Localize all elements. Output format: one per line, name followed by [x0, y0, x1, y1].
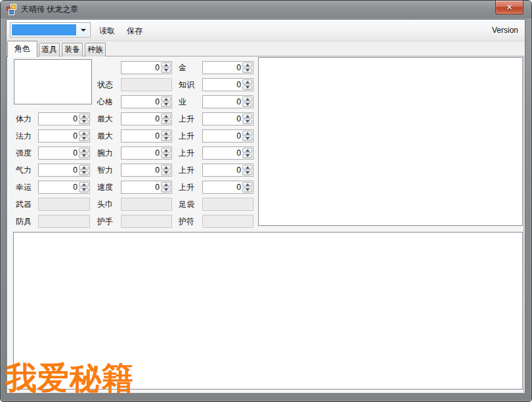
- spin-down-button[interactable]: [161, 188, 171, 193]
- numeric-spinner-r4c2[interactable]: 0: [121, 112, 172, 125]
- spin-down-button[interactable]: [79, 137, 89, 142]
- spinner-value[interactable]: 0: [73, 164, 78, 176]
- spin-up-button[interactable]: [161, 182, 171, 187]
- titlebar[interactable]: 天晴传 伏龙之章 ✕: [1, 1, 531, 18]
- spinner-value[interactable]: 0: [155, 96, 160, 108]
- spin-up-button[interactable]: [242, 97, 252, 102]
- spinner-value[interactable]: 0: [155, 164, 160, 176]
- spin-down-button[interactable]: [161, 154, 171, 159]
- spin-down-button[interactable]: [242, 120, 252, 125]
- spin-buttons: [161, 62, 171, 73]
- spin-up-button[interactable]: [161, 62, 171, 68]
- spin-down-button[interactable]: [242, 137, 252, 142]
- spinner-value[interactable]: 0: [155, 147, 160, 159]
- numeric-spinner-r2c3[interactable]: 0: [202, 78, 254, 91]
- spin-up-button[interactable]: [161, 148, 171, 153]
- numeric-spinner-r7c1[interactable]: 0: [38, 164, 90, 177]
- spinner-value[interactable]: 0: [236, 62, 241, 74]
- tab-equipment[interactable]: 装备: [62, 43, 83, 56]
- numeric-spinner-r6c1[interactable]: 0: [38, 146, 90, 160]
- spin-buttons: [242, 165, 252, 175]
- character-list-box[interactable]: [258, 57, 523, 226]
- spin-up-button[interactable]: [161, 131, 171, 136]
- spin-up-button[interactable]: [161, 165, 171, 170]
- spin-up-button[interactable]: [242, 148, 252, 153]
- spin-down-button[interactable]: [242, 171, 252, 176]
- spinner-value[interactable]: 0: [236, 130, 241, 142]
- field-label-r8c1: 幸运: [16, 181, 32, 194]
- spin-up-button[interactable]: [242, 165, 252, 170]
- spinner-value[interactable]: 0: [73, 113, 78, 125]
- spin-up-button[interactable]: [79, 148, 89, 153]
- numeric-spinner-r3c3[interactable]: 0: [202, 95, 254, 108]
- spin-down-button[interactable]: [79, 120, 89, 125]
- spinner-value[interactable]: 0: [236, 79, 241, 91]
- spin-down-button[interactable]: [242, 85, 252, 91]
- close-button[interactable]: ✕: [495, 1, 523, 14]
- triangle-up-icon: [246, 64, 250, 66]
- numeric-spinner-r8c3[interactable]: 0: [202, 181, 254, 194]
- numeric-spinner-r8c2[interactable]: 0: [121, 181, 172, 194]
- numeric-spinner-r7c2[interactable]: 0: [121, 164, 172, 177]
- read-button[interactable]: 读取: [95, 24, 119, 37]
- spinner-value[interactable]: 0: [155, 62, 160, 74]
- spin-up-button[interactable]: [242, 114, 252, 119]
- numeric-spinner-r5c1[interactable]: 0: [38, 129, 90, 143]
- spin-up-button[interactable]: [242, 182, 252, 187]
- triangle-up-icon: [246, 115, 250, 118]
- numeric-spinner-r7c3[interactable]: 0: [202, 164, 254, 177]
- spin-up-button[interactable]: [79, 114, 89, 119]
- spin-up-button[interactable]: [79, 182, 89, 187]
- spin-up-button[interactable]: [79, 165, 89, 170]
- numeric-spinner-r5c3[interactable]: 0: [202, 129, 254, 143]
- spinner-value[interactable]: 0: [155, 130, 160, 142]
- numeric-spinner-r1c2[interactable]: 0: [121, 61, 172, 74]
- combobox-dropdown-button[interactable]: [77, 24, 89, 36]
- spin-up-button[interactable]: [242, 131, 252, 136]
- numeric-spinner-r6c3[interactable]: 0: [202, 146, 254, 160]
- tab-race[interactable]: 种族: [85, 43, 106, 56]
- spin-up-button[interactable]: [242, 62, 252, 68]
- spinner-value[interactable]: 0: [155, 113, 160, 125]
- spinner-value[interactable]: 0: [236, 113, 241, 125]
- spin-down-button[interactable]: [161, 120, 171, 125]
- spinner-value[interactable]: 0: [236, 164, 241, 176]
- spin-down-button[interactable]: [79, 188, 89, 193]
- numeric-spinner-r1c3[interactable]: 0: [202, 61, 254, 74]
- numeric-spinner-r4c3[interactable]: 0: [202, 112, 254, 125]
- field-label-r10c3: 护符: [179, 215, 194, 228]
- numeric-spinner-r5c2[interactable]: 0: [121, 129, 172, 143]
- triangle-up-icon: [246, 166, 250, 169]
- spin-down-button[interactable]: [161, 102, 171, 108]
- spin-buttons: [161, 148, 171, 158]
- spin-down-button[interactable]: [161, 171, 171, 176]
- spinner-value[interactable]: 0: [73, 181, 78, 193]
- spin-down-button[interactable]: [242, 154, 252, 159]
- spinner-value[interactable]: 0: [236, 147, 241, 159]
- numeric-spinner-r4c1[interactable]: 0: [38, 112, 90, 125]
- spin-down-button[interactable]: [79, 154, 89, 159]
- field-label-r5c1: 法力: [16, 129, 32, 143]
- spin-up-button[interactable]: [79, 131, 89, 136]
- spinner-value[interactable]: 0: [236, 96, 241, 108]
- spinner-value[interactable]: 0: [73, 147, 78, 159]
- spin-down-button[interactable]: [79, 171, 89, 176]
- tab-items[interactable]: 道具: [39, 43, 60, 56]
- spin-up-button[interactable]: [161, 114, 171, 119]
- spin-down-button[interactable]: [242, 188, 252, 193]
- spin-down-button[interactable]: [161, 68, 171, 74]
- spin-down-button[interactable]: [161, 137, 171, 142]
- spin-up-button[interactable]: [242, 79, 252, 85]
- spin-up-button[interactable]: [161, 97, 171, 102]
- spin-down-button[interactable]: [242, 102, 252, 108]
- numeric-spinner-r6c2[interactable]: 0: [121, 146, 172, 160]
- spinner-value[interactable]: 0: [155, 181, 160, 193]
- save-button[interactable]: 保存: [123, 24, 146, 37]
- save-slot-combobox[interactable]: [10, 22, 91, 37]
- numeric-spinner-r8c1[interactable]: 0: [38, 181, 90, 194]
- tab-character[interactable]: 角色: [7, 41, 37, 57]
- numeric-spinner-r3c2[interactable]: 0: [121, 95, 172, 108]
- spinner-value[interactable]: 0: [236, 181, 241, 193]
- spin-down-button[interactable]: [242, 68, 252, 74]
- spinner-value[interactable]: 0: [73, 130, 78, 142]
